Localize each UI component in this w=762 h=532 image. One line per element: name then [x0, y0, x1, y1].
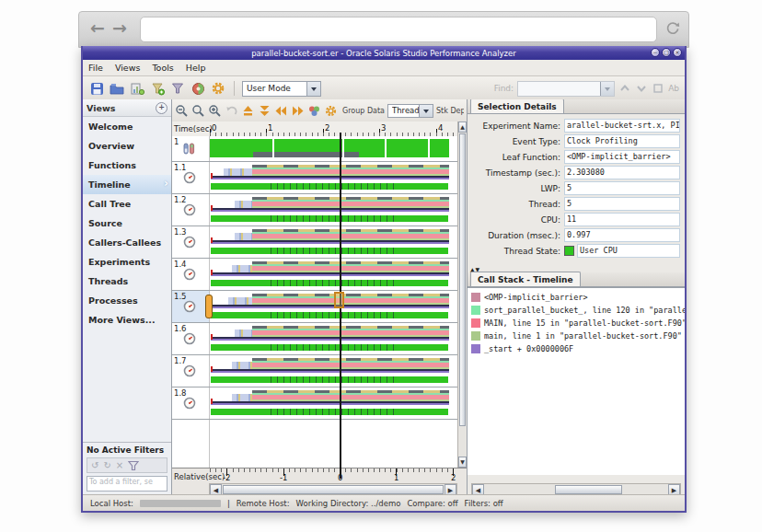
chevron-down-icon[interactable]	[600, 82, 614, 96]
detail-value[interactable]: User CPU	[577, 244, 680, 258]
filter-input[interactable]: To add a filter, se	[87, 476, 167, 492]
depth-up-icon[interactable]	[241, 104, 255, 118]
tab-call-stack-timeline[interactable]: Call Stack - Timeline	[470, 272, 581, 286]
zoom-in-icon[interactable]	[208, 104, 222, 118]
sidebar-item-overview[interactable]: Overview	[83, 136, 171, 156]
timeline-row-1[interactable]: 1	[172, 136, 457, 162]
sidebar-item-source[interactable]: Source	[83, 214, 171, 233]
settings-icon[interactable]	[210, 80, 226, 97]
filter-icon[interactable]	[169, 80, 186, 97]
save-icon[interactable]	[88, 80, 105, 97]
menu-file[interactable]: File	[88, 63, 103, 73]
undo-filter-icon[interactable]: ↺	[91, 459, 98, 471]
maximize-button[interactable]: □	[662, 48, 671, 57]
zoom-out-icon[interactable]	[175, 104, 189, 118]
scrollbar-thumb[interactable]	[555, 485, 621, 494]
timeline-track[interactable]	[210, 291, 457, 322]
redo-filter-icon[interactable]: ↻	[103, 459, 110, 471]
refresh-icon[interactable]	[664, 20, 681, 37]
add-view-button[interactable]: +	[156, 102, 167, 114]
call-stack-frame[interactable]: main, line 1 in "parallel-bucket-sort.F9…	[468, 330, 685, 342]
sidebar-item-timeline[interactable]: Timeline›	[83, 175, 171, 194]
timeline-row-1.3[interactable]: 1.3	[172, 226, 457, 259]
chevron-down-icon[interactable]	[306, 82, 320, 96]
menu-help[interactable]: Help	[186, 63, 206, 73]
compare-experiments-icon[interactable]	[129, 80, 145, 97]
match-case-icon[interactable]: Ab	[668, 84, 679, 93]
timeline-track[interactable]	[210, 387, 457, 419]
detail-value[interactable]: 5	[564, 181, 680, 195]
color-chooser-icon[interactable]	[190, 80, 206, 97]
pan-left-icon[interactable]	[274, 104, 288, 118]
sidebar-item-experiments[interactable]: Experiments	[83, 252, 171, 272]
call-stack-frame[interactable]: <OMP-implicit_barrier>	[468, 291, 685, 304]
timeline-row-1.4[interactable]: 1.4	[172, 259, 457, 291]
timeline-row-1.7[interactable]: 1.7	[172, 355, 457, 387]
menu-views[interactable]: Views	[115, 63, 141, 73]
timeline-track[interactable]	[210, 226, 457, 258]
sidebar-item-processes[interactable]: Processes	[83, 291, 171, 310]
sidebar-item-threads[interactable]: Threads	[83, 272, 171, 291]
find-next-icon[interactable]	[635, 82, 648, 95]
close-button[interactable]: ×	[673, 48, 682, 57]
sidebar-item-call-tree[interactable]: Call Tree	[83, 194, 171, 214]
menu-tools[interactable]: Tools	[152, 63, 173, 73]
url-bar[interactable]	[140, 17, 657, 42]
detail-value[interactable]: 0.997	[564, 228, 680, 242]
timeline-row-1.1[interactable]: 1.1	[172, 162, 457, 194]
scroll-down-icon[interactable]: ▼	[458, 457, 467, 468]
detail-value[interactable]: arallel-bucket-srt.x, PID 109	[564, 119, 680, 133]
depth-down-icon[interactable]	[258, 104, 271, 118]
timeline-track[interactable]	[210, 323, 457, 354]
add-filter-icon[interactable]	[149, 80, 166, 97]
timeline-track[interactable]	[210, 136, 457, 161]
window-titlebar[interactable]: parallel-bucket-sort.er - Oracle Solaris…	[83, 46, 685, 60]
callstack-baseline	[211, 401, 449, 405]
undo-zoom-icon[interactable]	[225, 104, 238, 118]
remove-filter-icon[interactable]: ×	[116, 459, 123, 471]
timeline-row-1.2[interactable]: 1.2	[172, 194, 457, 226]
call-stack-frame[interactable]: MAIN, line 15 in "parallel-bucket-sort.F…	[468, 317, 685, 330]
find-previous-icon[interactable]	[618, 82, 631, 95]
timeline-row-1.6[interactable]: 1.6	[172, 323, 457, 355]
tab-selection-details[interactable]: Selection Details	[470, 99, 564, 113]
highlight-icon[interactable]	[652, 82, 664, 95]
zoom-reset-icon[interactable]	[191, 104, 205, 118]
timeline-row-1.8[interactable]: 1.8	[172, 387, 457, 420]
timeline-settings-icon[interactable]	[324, 104, 338, 118]
scrollbar-thumb[interactable]	[459, 133, 466, 426]
timeline-track[interactable]	[210, 259, 457, 290]
call-stack-frame[interactable]: _start + 0x0000006F	[468, 342, 685, 355]
sidebar-item-more-views[interactable]: More Views...	[83, 310, 171, 330]
forward-button[interactable]: →	[112, 17, 127, 38]
sidebar-item-callers-callees[interactable]: Callers-Callees	[83, 233, 171, 252]
open-experiment-icon[interactable]	[109, 80, 125, 97]
chevron-down-icon[interactable]	[419, 105, 433, 117]
timeline-track[interactable]	[210, 162, 457, 193]
callstack-early-region	[235, 233, 252, 240]
scrollbar-thumb[interactable]	[223, 485, 444, 494]
minimize-button[interactable]: −	[651, 48, 660, 57]
sidebar-item-functions[interactable]: Functions	[83, 156, 171, 175]
scroll-up-icon[interactable]: ▲	[458, 121, 467, 133]
detail-value[interactable]: 5	[564, 197, 680, 211]
detail-value[interactable]: 2.303080	[564, 166, 680, 179]
pan-right-icon[interactable]	[291, 104, 305, 118]
timeline-row-1.5[interactable]: 1.5	[172, 291, 457, 323]
filter-menu-icon[interactable]	[128, 460, 139, 471]
detail-value[interactable]: <OMP-implicit_barrier>	[564, 150, 680, 164]
group-data-select[interactable]: Thread	[387, 104, 433, 118]
call-stack-frame[interactable]: sort_parallel_bucket_, line 120 in "para…	[468, 304, 685, 317]
timeline-track[interactable]	[210, 355, 457, 387]
selection-handle[interactable]	[205, 295, 213, 318]
detail-value[interactable]: 11	[564, 213, 680, 226]
view-mode-select[interactable]: User Mode	[242, 81, 321, 97]
selected-event-box[interactable]	[334, 292, 344, 308]
detail-value[interactable]: Clock Profiling	[564, 134, 680, 148]
timeline-track[interactable]	[210, 194, 457, 226]
timeline-vertical-scrollbar[interactable]: ▲ ▼	[457, 121, 467, 468]
sidebar-item-welcome[interactable]: Welcome	[83, 117, 171, 136]
find-input[interactable]	[517, 81, 615, 97]
back-button[interactable]: ←	[90, 17, 105, 38]
timeline-colors-icon[interactable]	[307, 104, 321, 118]
